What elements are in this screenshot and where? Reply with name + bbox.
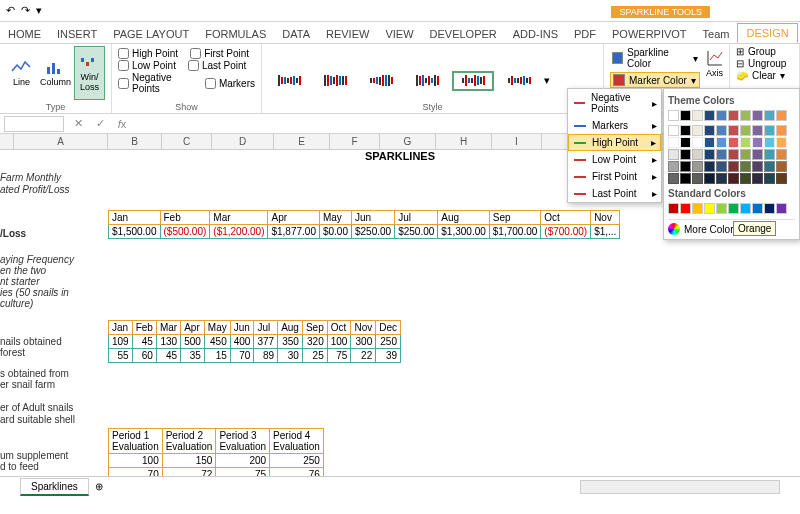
- marker-color-button[interactable]: Marker Color▾: [610, 72, 700, 88]
- tab-page-layout[interactable]: PAGE LAYOUT: [105, 25, 197, 43]
- tab-data[interactable]: DATA: [274, 25, 318, 43]
- color-swatch[interactable]: [680, 173, 691, 184]
- color-swatch[interactable]: [776, 173, 787, 184]
- color-swatch[interactable]: [740, 161, 751, 172]
- color-swatch[interactable]: [668, 173, 679, 184]
- color-swatch[interactable]: [752, 149, 763, 160]
- color-swatch[interactable]: [668, 110, 679, 121]
- color-swatch[interactable]: [728, 173, 739, 184]
- color-swatch[interactable]: [740, 149, 751, 160]
- tab-pdf[interactable]: PDF: [566, 25, 604, 43]
- color-swatch[interactable]: [764, 149, 775, 160]
- color-swatch[interactable]: [692, 161, 703, 172]
- color-swatch[interactable]: [692, 149, 703, 160]
- color-swatch[interactable]: [704, 161, 715, 172]
- marker-menu-markers[interactable]: Markers▸: [568, 117, 661, 134]
- column-header-D[interactable]: D: [212, 134, 274, 149]
- color-swatch[interactable]: [680, 110, 691, 121]
- name-box[interactable]: [4, 116, 64, 132]
- horizontal-scrollbar[interactable]: [580, 480, 780, 494]
- color-swatch[interactable]: [740, 137, 751, 148]
- style-swatch-1[interactable]: [314, 71, 356, 91]
- color-swatch[interactable]: [704, 149, 715, 160]
- color-swatch[interactable]: [668, 161, 679, 172]
- fx-icon[interactable]: fx: [114, 118, 130, 130]
- color-swatch[interactable]: [752, 110, 763, 121]
- enter-formula-icon[interactable]: ✓: [92, 117, 108, 130]
- color-swatch[interactable]: [740, 203, 751, 214]
- color-swatch[interactable]: [752, 203, 763, 214]
- color-swatch[interactable]: [692, 203, 703, 214]
- axis-icon[interactable]: [705, 48, 725, 68]
- color-swatch[interactable]: [728, 203, 739, 214]
- checkbox-low-point[interactable]: Low Point: [118, 60, 176, 71]
- redo-icon[interactable]: ↷: [21, 4, 30, 17]
- color-swatch[interactable]: [740, 173, 751, 184]
- color-swatch[interactable]: [716, 125, 727, 136]
- group-button[interactable]: ⊞Group: [736, 46, 793, 57]
- color-swatch[interactable]: [704, 125, 715, 136]
- color-swatch[interactable]: [728, 110, 739, 121]
- tab-insert[interactable]: INSERT: [49, 25, 105, 43]
- style-swatch-2[interactable]: [360, 71, 402, 91]
- color-swatch[interactable]: [716, 203, 727, 214]
- tab-add-ins[interactable]: ADD-INS: [505, 25, 566, 43]
- column-header-G[interactable]: G: [380, 134, 436, 149]
- sheet-tab-sparklines[interactable]: Sparklines: [20, 478, 89, 496]
- color-swatch[interactable]: [716, 149, 727, 160]
- sparkline-color-button[interactable]: Sparkline Color▾: [610, 46, 700, 70]
- color-swatch[interactable]: [776, 149, 787, 160]
- color-swatch[interactable]: [704, 137, 715, 148]
- color-swatch[interactable]: [740, 125, 751, 136]
- marker-menu-first-point[interactable]: First Point▸: [568, 168, 661, 185]
- sparkline-type-column[interactable]: Column: [39, 46, 72, 100]
- color-swatch[interactable]: [764, 161, 775, 172]
- color-swatch[interactable]: [680, 161, 691, 172]
- table-profit-loss[interactable]: JanFebMarAprMayJunJulAugSepOctNov$1,500.…: [108, 210, 620, 239]
- column-header-I[interactable]: I: [492, 134, 542, 149]
- sparkline-type-winloss[interactable]: Win/ Loss: [74, 46, 105, 100]
- new-sheet-icon[interactable]: ⊕: [95, 481, 103, 492]
- color-swatch[interactable]: [668, 125, 679, 136]
- color-swatch[interactable]: [776, 110, 787, 121]
- tab-design[interactable]: DESIGN: [737, 23, 797, 43]
- column-header-A[interactable]: A: [14, 134, 108, 149]
- checkbox-first-point[interactable]: First Point: [190, 48, 249, 59]
- color-swatch[interactable]: [668, 137, 679, 148]
- color-swatch[interactable]: [716, 173, 727, 184]
- color-swatch[interactable]: [716, 137, 727, 148]
- color-swatch[interactable]: [728, 137, 739, 148]
- color-swatch[interactable]: [776, 125, 787, 136]
- table-evaluation[interactable]: Period 1 EvaluationPeriod 2 EvaluationPe…: [108, 428, 324, 482]
- tab-powerpivot[interactable]: POWERPIVOT: [604, 25, 695, 43]
- sparkline-type-line[interactable]: Line: [6, 46, 37, 100]
- style-swatch-0[interactable]: [268, 71, 310, 91]
- style-swatch-5[interactable]: [498, 71, 540, 91]
- standard-colors-grid[interactable]: [668, 201, 795, 216]
- marker-menu-low-point[interactable]: Low Point▸: [568, 151, 661, 168]
- color-swatch[interactable]: [692, 125, 703, 136]
- style-gallery-more-icon[interactable]: ▾: [544, 74, 550, 87]
- color-swatch[interactable]: [692, 110, 703, 121]
- style-swatch-4[interactable]: [452, 71, 494, 91]
- color-swatch[interactable]: [680, 203, 691, 214]
- color-swatch[interactable]: [692, 173, 703, 184]
- color-swatch[interactable]: [764, 110, 775, 121]
- color-swatch[interactable]: [728, 125, 739, 136]
- tab-developer[interactable]: DEVELOPER: [422, 25, 505, 43]
- color-swatch[interactable]: [704, 110, 715, 121]
- table-snails[interactable]: JanFebMarAprMayJunJulAugSepOctNovDec1094…: [108, 320, 401, 363]
- color-swatch[interactable]: [680, 137, 691, 148]
- axis-label[interactable]: Axis: [706, 68, 723, 78]
- qat-dropdown-icon[interactable]: ▾: [36, 4, 42, 17]
- color-swatch[interactable]: [740, 110, 751, 121]
- color-swatch[interactable]: [752, 125, 763, 136]
- cancel-formula-icon[interactable]: ✕: [70, 117, 86, 130]
- color-swatch[interactable]: [668, 149, 679, 160]
- column-header-C[interactable]: C: [162, 134, 212, 149]
- color-swatch[interactable]: [716, 161, 727, 172]
- color-swatch[interactable]: [764, 125, 775, 136]
- color-swatch[interactable]: [764, 173, 775, 184]
- tab-formulas[interactable]: FORMULAS: [197, 25, 274, 43]
- tab-home[interactable]: HOME: [0, 25, 49, 43]
